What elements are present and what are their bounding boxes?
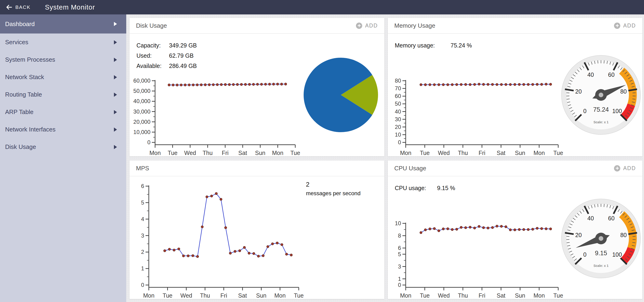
- disk-add-button[interactable]: ADD: [356, 23, 378, 29]
- svg-text:Tue: Tue: [553, 292, 563, 299]
- mps-annotation-label: messages per second: [306, 190, 360, 197]
- svg-text:100: 100: [612, 108, 622, 114]
- svg-text:Tue: Tue: [553, 150, 563, 156]
- plus-circle-icon: [614, 165, 620, 171]
- svg-text:Thu: Thu: [458, 292, 468, 299]
- memory-usage-row: Memory usage: 75.24 %: [395, 40, 472, 51]
- svg-text:Mon: Mon: [534, 150, 545, 156]
- memory-usage-label: Memory usage:: [395, 42, 450, 49]
- cpu-usage-gauge: 0204060801009.15Scale: x 1: [560, 198, 642, 279]
- svg-text:Fri: Fri: [478, 150, 485, 156]
- back-label: BACK: [15, 5, 30, 10]
- svg-text:0: 0: [148, 139, 150, 145]
- sidebar-item-routing-table[interactable]: Routing Table: [0, 86, 126, 103]
- sidebar-item-arp-table[interactable]: ARP Table: [0, 103, 126, 121]
- disk-capacity-value: 349.29 GB: [169, 42, 197, 49]
- disk-available-label: Available:: [136, 63, 169, 69]
- svg-text:Scale: x 1: Scale: x 1: [594, 264, 609, 267]
- svg-text:40: 40: [588, 215, 594, 221]
- svg-text:1: 1: [141, 265, 144, 271]
- disk-capacity-row: Capacity: 349.29 GB: [136, 40, 197, 51]
- sidebar-item-label: Dashboard: [5, 21, 35, 28]
- memory-add-button[interactable]: ADD: [614, 23, 636, 29]
- svg-text:Fri: Fri: [478, 292, 485, 299]
- disk-usage-panel-title: Disk Usage: [136, 22, 167, 29]
- chevron-right-icon: [114, 93, 117, 97]
- svg-text:80: 80: [395, 78, 401, 84]
- svg-text:100: 100: [612, 251, 622, 258]
- disk-usage-panel: Disk Usage ADD Capacity: 349.29 GB Used:…: [130, 18, 384, 156]
- cpu-usage-label: CPU usage:: [395, 185, 437, 191]
- svg-text:Sat: Sat: [238, 150, 247, 156]
- add-label: ADD: [623, 165, 636, 171]
- cpu-usage-value: 9.15 %: [437, 185, 455, 191]
- disk-stats: Capacity: 349.29 GB Used: 62.79 GB Avail…: [136, 40, 197, 71]
- plus-circle-icon: [614, 23, 620, 29]
- svg-text:40: 40: [395, 108, 401, 115]
- sidebar-item-system-processes[interactable]: System Processes: [0, 51, 126, 68]
- svg-text:1: 1: [398, 276, 401, 282]
- svg-text:20: 20: [395, 124, 401, 130]
- disk-used-value: 62.79 GB: [169, 52, 194, 59]
- svg-text:0: 0: [398, 139, 401, 145]
- svg-text:80: 80: [620, 88, 627, 95]
- svg-text:75.24: 75.24: [593, 106, 609, 113]
- memory-stats: Memory usage: 75.24 %: [395, 40, 472, 51]
- sidebar-item-services[interactable]: Services: [0, 34, 126, 51]
- svg-text:20,000: 20,000: [134, 119, 150, 125]
- chevron-right-icon: [114, 128, 117, 132]
- svg-text:10,000: 10,000: [134, 129, 150, 135]
- svg-text:Mon: Mon: [534, 292, 545, 299]
- svg-text:60,000: 60,000: [134, 78, 150, 84]
- svg-text:80: 80: [620, 232, 627, 238]
- svg-text:Fri: Fri: [222, 150, 228, 156]
- mps-annotation-value: 2: [306, 181, 360, 188]
- cpu-stats: CPU usage: 9.15 %: [395, 183, 455, 193]
- svg-text:Wed: Wed: [438, 150, 450, 156]
- chevron-right-icon: [114, 145, 117, 149]
- svg-text:9.15: 9.15: [595, 250, 607, 257]
- svg-text:Mon: Mon: [150, 150, 161, 156]
- svg-text:Mon: Mon: [272, 150, 284, 156]
- svg-text:Thu: Thu: [458, 150, 468, 156]
- memory-usage-line-chart: 01020304050607080MonTueWedThuFriSatSunMo…: [392, 70, 562, 158]
- cpu-usage-panel-header: CPU Usage ADD: [388, 161, 642, 176]
- dashboard-content: Disk Usage ADD Capacity: 349.29 GB Used:…: [126, 15, 644, 302]
- add-label: ADD: [623, 23, 636, 29]
- svg-text:60: 60: [608, 215, 615, 221]
- sidebar-nav: DashboardServicesSystem ProcessesNetwork…: [0, 15, 126, 302]
- disk-available-value: 286.49 GB: [169, 63, 197, 69]
- sidebar-item-label: Services: [5, 39, 28, 46]
- svg-text:Sun: Sun: [515, 292, 525, 299]
- sidebar-item-dashboard[interactable]: Dashboard: [0, 15, 126, 34]
- memory-usage-panel-header: Memory Usage ADD: [388, 18, 642, 34]
- svg-text:Thu: Thu: [200, 292, 210, 299]
- svg-text:Wed: Wed: [184, 150, 196, 156]
- mps-panel: MPS 2 messages per second 0123456MonTueW…: [130, 161, 384, 299]
- svg-text:Wed: Wed: [180, 292, 192, 299]
- sidebar-item-network-interfaces[interactable]: Network Interfaces: [0, 121, 126, 138]
- page-title: System Monitor: [45, 4, 95, 11]
- svg-text:30,000: 30,000: [134, 108, 150, 115]
- sidebar-item-network-stack[interactable]: Network Stack: [0, 68, 126, 86]
- svg-text:Wed: Wed: [438, 292, 450, 299]
- svg-text:0: 0: [398, 282, 401, 288]
- svg-text:Mon: Mon: [274, 292, 286, 299]
- svg-text:5: 5: [398, 251, 401, 257]
- top-bar: BACK System Monitor: [0, 0, 644, 15]
- sidebar-item-label: Disk Usage: [5, 143, 36, 151]
- add-label: ADD: [365, 23, 378, 29]
- disk-used-row: Used: 62.79 GB: [136, 51, 197, 61]
- cpu-add-button[interactable]: ADD: [614, 165, 636, 171]
- svg-text:4: 4: [141, 216, 144, 222]
- sidebar-item-disk-usage[interactable]: Disk Usage: [0, 138, 126, 156]
- cpu-usage-panel: CPU Usage ADD CPU usage: 9.15 % 01356810…: [388, 161, 642, 299]
- svg-text:10: 10: [395, 220, 401, 226]
- mps-panel-title: MPS: [136, 165, 149, 172]
- back-button[interactable]: BACK: [6, 4, 30, 10]
- memory-usage-value: 75.24 %: [450, 42, 472, 49]
- back-arrow-icon: [6, 4, 12, 10]
- svg-text:Tue: Tue: [420, 292, 430, 299]
- svg-text:Tue: Tue: [168, 150, 178, 156]
- svg-text:10: 10: [395, 131, 401, 138]
